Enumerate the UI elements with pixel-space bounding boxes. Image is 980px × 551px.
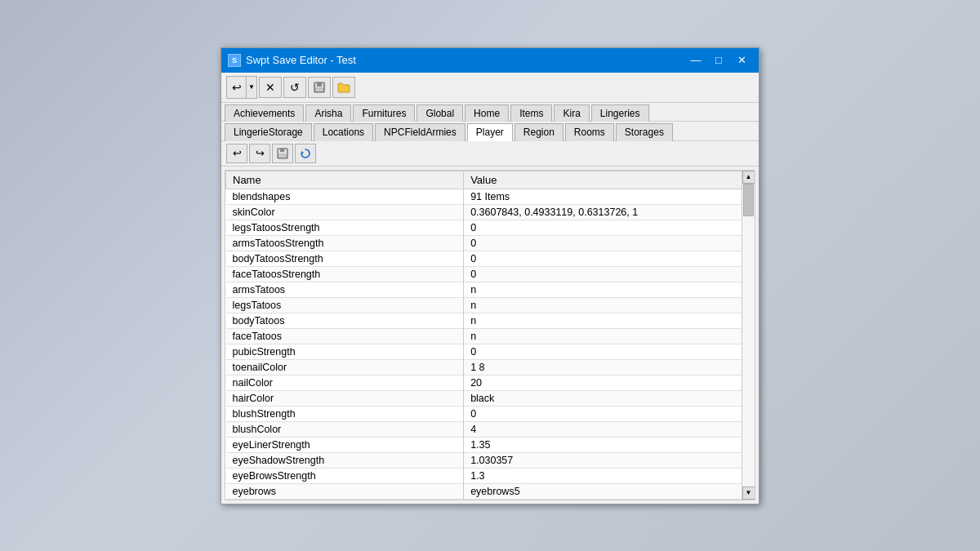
tab-arisha[interactable]: Arisha <box>305 104 351 122</box>
cell-name: nailColor <box>226 375 464 390</box>
scroll-track[interactable] <box>742 184 755 487</box>
table-row[interactable]: toenailColor 1 8 <box>226 359 755 375</box>
reload-button[interactable]: ↺ <box>283 77 306 98</box>
tab-achievements[interactable]: Achievements <box>225 104 304 122</box>
cell-value: 0.3607843, 0.4933119, 0.6313726, 1 <box>464 204 755 220</box>
main-toolbar: ↩ ▼ ✕ ↺ <box>221 73 759 103</box>
title-bar-left: S Swpt Save Editor - Test <box>228 54 356 67</box>
svg-marker-6 <box>301 151 304 154</box>
table-row[interactable]: eyeBrowsStrength 1.3 <box>226 468 755 483</box>
cell-name: armsTatoos <box>226 282 464 297</box>
table-row[interactable]: faceTatoos n <box>226 328 755 344</box>
cell-value: 1.35 <box>464 437 755 452</box>
col-header-name: Name <box>226 171 464 189</box>
cell-value: 0 <box>464 251 755 266</box>
cell-name: faceTatoosStrength <box>226 266 464 282</box>
cell-value: 0 <box>464 344 755 359</box>
folder-button[interactable] <box>332 77 355 98</box>
cell-value: 0 <box>464 266 755 282</box>
open-dropdown[interactable]: ↩ ▼ <box>226 76 257 99</box>
title-bar: S Swpt Save Editor - Test — □ ✕ <box>221 48 759 73</box>
cancel-button[interactable]: ✕ <box>259 77 282 98</box>
cell-name: skinColor <box>226 204 464 220</box>
tab-furnitures[interactable]: Furnitures <box>353 104 415 122</box>
table-row[interactable]: blushColor 4 <box>226 421 755 437</box>
tab-storages[interactable]: Storages <box>616 123 673 141</box>
cell-value: black <box>464 390 755 406</box>
cell-name: blushColor <box>226 421 464 437</box>
window-title: Swpt Save Editor - Test <box>246 54 356 66</box>
table-row[interactable]: hairColor black <box>226 390 755 406</box>
scroll-up-button[interactable]: ▲ <box>742 171 755 184</box>
tab-home[interactable]: Home <box>465 104 509 122</box>
undo-button[interactable]: ↩ <box>226 144 247 163</box>
table-row[interactable]: skinColor 0.3607843, 0.4933119, 0.631372… <box>226 204 755 220</box>
cell-name: blushStrength <box>226 406 464 421</box>
table-row[interactable]: armsTatoos n <box>226 282 755 297</box>
cell-name: legsTatoosStrength <box>226 220 464 235</box>
table-row[interactable]: bodyTatoosStrength 0 <box>226 251 755 266</box>
cell-value: 0 <box>464 406 755 421</box>
tabs-row-2: LingerieStorage Locations NPCFieldArmies… <box>221 122 759 141</box>
table-row[interactable]: blendshapes 91 Items <box>226 189 755 204</box>
cell-name: eyeLinerStrength <box>226 437 464 452</box>
title-bar-controls: — □ ✕ <box>685 52 752 69</box>
cell-name: faceTatoos <box>226 328 464 344</box>
tab-lingeries[interactable]: Lingeries <box>591 104 649 122</box>
table-row[interactable]: legsTatoos n <box>226 297 755 313</box>
cell-name: blendshapes <box>226 189 464 204</box>
svg-rect-5 <box>278 154 287 158</box>
svg-rect-2 <box>315 88 323 91</box>
col-header-value: Value <box>464 171 755 189</box>
table-row[interactable]: eyeShadowStrength 1.030357 <box>226 452 755 468</box>
tab-kira[interactable]: Kira <box>554 104 589 122</box>
cell-value: n <box>464 328 755 344</box>
svg-rect-1 <box>317 82 322 87</box>
scroll-down-button[interactable]: ▼ <box>742 487 755 500</box>
redo-button[interactable]: ↪ <box>249 144 270 163</box>
maximize-button[interactable]: □ <box>708 52 729 69</box>
table-row[interactable]: armsTatoosStrength 0 <box>226 235 755 251</box>
tab-npcfieldarmies[interactable]: NPCFieldArmies <box>375 123 466 141</box>
open-button[interactable]: ↩ <box>227 77 247 98</box>
tab-global[interactable]: Global <box>416 104 463 122</box>
refresh-edit-button[interactable] <box>295 144 316 163</box>
table-row[interactable]: legsTatoosStrength 0 <box>226 220 755 235</box>
cell-value: 0 <box>464 220 755 235</box>
tab-locations[interactable]: Locations <box>314 123 373 141</box>
cell-name: eyeShadowStrength <box>226 452 464 468</box>
open-dropdown-arrow[interactable]: ▼ <box>247 77 256 98</box>
table-row[interactable]: bodyTatoos n <box>226 313 755 328</box>
minimize-button[interactable]: — <box>685 52 706 69</box>
table-row[interactable]: pubicStrength 0 <box>226 344 755 359</box>
table-row[interactable]: faceTatoosStrength 0 <box>226 266 755 282</box>
cell-value: 1.3 <box>464 468 755 483</box>
cell-value: 4 <box>464 421 755 437</box>
cell-value: 1.030357 <box>464 452 755 468</box>
app-icon: S <box>228 54 241 67</box>
tab-region[interactable]: Region <box>514 123 564 141</box>
edit-toolbar: ↩ ↪ <box>221 141 759 167</box>
cell-value: n <box>464 282 755 297</box>
tab-items[interactable]: Items <box>510 104 552 122</box>
table-row[interactable]: nailColor 20 <box>226 375 755 390</box>
tab-player[interactable]: Player <box>467 123 513 141</box>
cell-name: legsTatoos <box>226 297 464 313</box>
data-table: Name Value blendshapes 91 Items skinColo… <box>225 171 755 500</box>
table-row[interactable]: eyeLinerStrength 1.35 <box>226 437 755 452</box>
close-button[interactable]: ✕ <box>731 52 752 69</box>
tab-rooms[interactable]: Rooms <box>565 123 614 141</box>
tab-lingeriestorage[interactable]: LingerieStorage <box>225 123 312 141</box>
save-button[interactable] <box>308 77 331 98</box>
cell-name: bodyTatoosStrength <box>226 251 464 266</box>
scroll-thumb[interactable] <box>743 184 754 216</box>
scrollbar[interactable]: ▲ ▼ <box>742 171 755 500</box>
cell-name: eyebrows <box>226 483 464 499</box>
cell-name: pubicStrength <box>226 344 464 359</box>
table-row[interactable]: blushStrength 0 <box>226 406 755 421</box>
save-edit-button[interactable] <box>272 144 293 163</box>
cell-name: toenailColor <box>226 359 464 375</box>
cell-value: 0 <box>464 235 755 251</box>
table-row[interactable]: eyebrows eyebrows5 <box>226 483 755 499</box>
tabs-row-1: Achievements Arisha Furnitures Global Ho… <box>221 103 759 122</box>
